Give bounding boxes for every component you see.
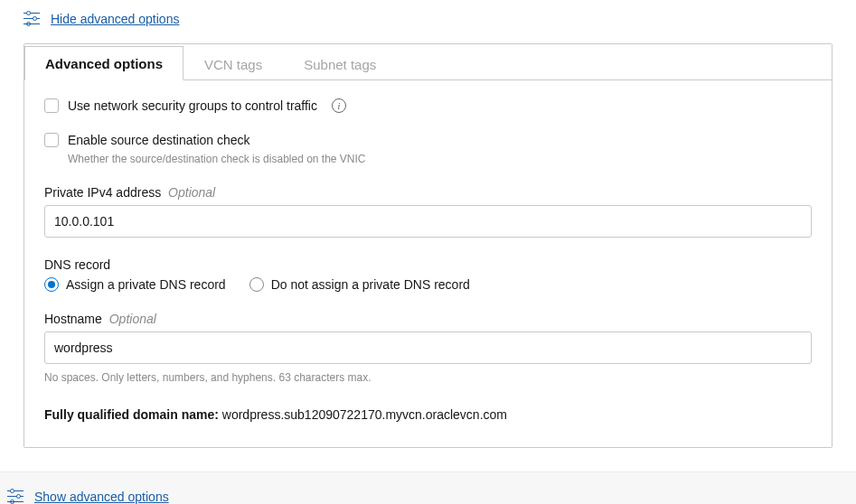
radio-unselected-icon: [249, 277, 264, 292]
dns-assign-label: Assign a private DNS record: [66, 277, 226, 292]
nsg-checkbox[interactable]: [44, 98, 59, 113]
tab-panel-advanced: Use network security groups to control t…: [24, 80, 832, 447]
show-advanced-toggle[interactable]: Show advanced options: [0, 472, 856, 504]
dns-noassign-option[interactable]: Do not assign a private DNS record: [249, 277, 470, 292]
fqdn-value: wordpress.sub12090722170.myvcn.oraclevcn…: [222, 407, 507, 422]
info-icon[interactable]: i: [332, 98, 346, 113]
hostname-input[interactable]: [44, 331, 812, 364]
advanced-options-tabs: Advanced options VCN tags Subnet tags Us…: [24, 43, 832, 448]
dns-assign-option[interactable]: Assign a private DNS record: [44, 277, 226, 292]
dns-noassign-label: Do not assign a private DNS record: [271, 277, 470, 292]
tab-bar: Advanced options VCN tags Subnet tags: [24, 44, 832, 80]
src-dest-helper: Whether the source/destination check is …: [68, 153, 812, 165]
radio-selected-icon: [44, 277, 59, 292]
tab-vcn-tags[interactable]: VCN tags: [183, 47, 283, 80]
fqdn-row: Fully qualified domain name: wordpress.s…: [44, 407, 812, 422]
hide-advanced-link[interactable]: Hide advanced options: [51, 12, 179, 26]
ipv4-label: Private IPv4 address Optional: [44, 185, 812, 200]
nsg-label: Use network security groups to control t…: [68, 98, 317, 113]
tab-subnet-tags[interactable]: Subnet tags: [283, 47, 397, 80]
sliders-icon: [24, 11, 40, 27]
hostname-hint: No spaces. Only letters, numbers, and hy…: [44, 371, 812, 384]
ipv4-input[interactable]: [44, 205, 812, 238]
src-dest-checkbox[interactable]: [44, 133, 59, 147]
tab-advanced-options[interactable]: Advanced options: [24, 46, 183, 80]
hostname-label: Hostname Optional: [44, 312, 812, 326]
hide-advanced-toggle[interactable]: Hide advanced options: [24, 11, 832, 27]
fqdn-label: Fully qualified domain name:: [44, 407, 219, 422]
src-dest-label: Enable source destination check: [68, 133, 250, 147]
show-advanced-link[interactable]: Show advanced options: [34, 490, 169, 504]
dns-legend: DNS record: [44, 257, 812, 272]
sliders-icon: [7, 489, 24, 504]
